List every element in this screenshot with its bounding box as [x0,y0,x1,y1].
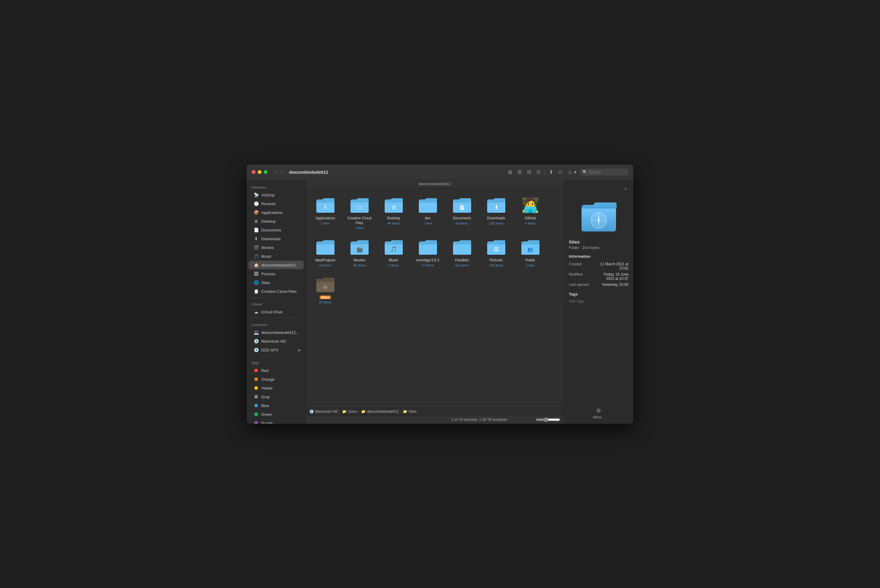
search-box[interactable]: 🔍 [580,169,629,176]
gallery-view-button[interactable]: ⊡ [535,168,542,176]
sidebar-divider-1 [250,297,302,298]
eject-icon[interactable]: ⏏ [298,348,301,352]
zoom-slider[interactable] [536,417,560,422]
folder-count: 139 items [489,264,504,267]
folder-count: 1 item [423,222,432,225]
public-folder-icon: 👥 [520,238,541,256]
sidebar-item-movies[interactable]: 🎬 Movies [248,243,304,252]
info-plus-button[interactable]: ＋ [623,185,629,192]
minimize-button[interactable] [258,170,262,174]
sidebar-item-documents[interactable]: 📄 Documents [248,226,304,234]
path-sites[interactable]: 📁 Sites [403,410,417,414]
folder-item-movies[interactable]: 🎬 Movies 36 items [343,235,375,270]
svg-text:◎: ◎ [323,284,328,290]
more-label[interactable]: More... [593,415,604,419]
sidebar-item-tag-purple[interactable]: Purple [248,419,304,424]
sidebar-item-macintosh-hd[interactable]: 💿 Macintosh HD [248,337,304,345]
favorites-label: Favorites [247,183,305,190]
maximize-button[interactable] [264,170,268,174]
sidebar-item-tag-green[interactable]: Green [248,410,304,418]
sidebar-item-tag-yellow[interactable]: Yellow [248,384,304,392]
more-button[interactable]: ☺ ▾ [566,168,578,176]
tag-orange-icon [253,376,259,382]
add-tags-link[interactable]: Add Tags... [569,299,587,303]
folder-item-dev[interactable]: dev 1 item [412,193,444,232]
folder-count: 2 items [388,264,399,267]
back-button[interactable]: ‹ [272,168,278,176]
more-circle-icon[interactable]: ⊕ [596,407,601,414]
forward-button[interactable]: › [279,168,284,176]
tag-green-icon [253,411,259,417]
path-users[interactable]: 📁 Users [342,410,357,414]
folder-item-pictures[interactable]: 🖼 Pictures 139 items [480,235,512,270]
traffic-lights [251,170,268,174]
sidebar-item-home[interactable]: 🏠 deezombiedude612 [248,261,304,269]
sidebar-item-dzd-sfx[interactable]: 💿 DZD-SFX ⏏ [248,346,304,354]
sidebar-item-music[interactable]: 🎵 Music [248,252,304,261]
home-path-icon: 📁 [361,410,366,414]
status-text: 1 of 15 selected, 1.09 TB available [423,418,536,422]
share-button[interactable]: ⬆ [548,168,555,176]
svg-text:🎵: 🎵 [390,246,397,253]
path-deezombiedude612[interactable]: 📁 deezombiedude612 [361,410,399,414]
desktop-folder-icon: 🖥 [384,196,404,214]
svg-text:⬇: ⬇ [494,204,498,210]
tags-title: Tags [569,292,629,296]
folder-name: dev [425,216,431,221]
sidebar-item-tag-red[interactable]: Red [248,366,304,375]
sidebar-item-sites[interactable]: 🌐 Sites [248,278,304,287]
list-view-button[interactable]: ☰ [516,168,523,176]
folder-item-sites[interactable]: ◎ Sites 22 items [309,273,341,307]
macintosh-hd-icon: 💿 [253,338,259,344]
search-icon: 🔍 [582,170,587,174]
info-top: ＋ [564,180,633,197]
column-view-button[interactable]: ⊟ [525,168,533,176]
folder-name: Public [525,258,535,263]
folder-item-parallels[interactable]: Parallels No items [446,235,478,270]
folder-count: 4 items [525,222,536,225]
sidebar-item-tag-blue[interactable]: Blue [248,401,304,410]
locations-label: Locations [247,320,305,328]
icon-view-button[interactable]: ⊞ [506,168,514,176]
folder-item-ideaprojects[interactable]: IdeaProjects 14 items [309,235,341,270]
search-input[interactable] [589,170,626,174]
tag-button[interactable]: ◇ [557,168,564,176]
zoom-range[interactable] [536,417,560,422]
folder-name: Documents [453,216,471,221]
omnetpp-folder-icon [418,238,438,256]
sidebar-item-tag-orange[interactable]: Orange [248,375,304,384]
sidebar-item-creative-cloud[interactable]: 📋 Creative Cloud Files [248,287,304,296]
path-macintosh-hd[interactable]: 💿 Macintosh HD [309,410,338,414]
folder-count: 1 item [355,226,364,230]
folder-count: 48 items [387,222,400,225]
sidebar-item-downloads[interactable]: ⬇ Downloads [248,234,304,243]
folder-item-desktop[interactable]: 🖥 Desktop 48 items [378,193,409,232]
folder-item-github[interactable]: 🧑‍💻 GitHub 4 items [514,193,546,232]
folder-item-omnetpp[interactable]: omnetpp-5.6.2 27 items [412,235,444,270]
folder-count: 27 items [421,264,434,267]
sidebar-item-airdrop[interactable]: 📡 AirDrop [248,190,304,199]
music-folder-icon: 🎵 [384,238,404,256]
info-panel: ＋ [564,180,633,424]
applications-folder-icon: A [315,196,335,214]
folder-item-applications[interactable]: A Applications 1 item [309,193,341,232]
folder-item-music[interactable]: 🎵 Music 2 items [378,235,409,270]
close-button[interactable] [251,170,256,174]
creative-cloud-icon: 📋 [253,288,259,294]
sidebar-item-recents[interactable]: 🕐 Recents [248,200,304,208]
sidebar-item-applications[interactable]: 📦 Applications [248,208,304,217]
folder-item-creative-cloud[interactable]: CC Creative Cloud Files 1 item [343,193,375,232]
sidebar-item-computer[interactable]: 💻 deezombiedude612... [248,328,304,337]
sidebar-item-desktop[interactable]: 🖥 Desktop [248,217,304,225]
sidebar-item-icloud-drive[interactable]: ☁ iCloud Drive [248,308,304,316]
sidebar-item-tag-gray[interactable]: Gray [248,393,304,401]
sidebar-item-pictures[interactable]: 🖼 Pictures [248,270,304,278]
folder-item-downloads[interactable]: ⬇ Downloads 139 items [480,193,512,232]
folder-name: Creative Cloud Files [345,216,373,225]
folder-name: Downloads [487,216,505,221]
folder-item-public[interactable]: 👥 Public 1 item [514,235,546,270]
dzd-sfx-icon: 💿 [253,347,259,352]
last-opened-label: Last opened [569,282,594,287]
sites-badge: Sites [320,296,331,299]
folder-item-documents[interactable]: 📄 Documents 65 items [446,193,478,232]
